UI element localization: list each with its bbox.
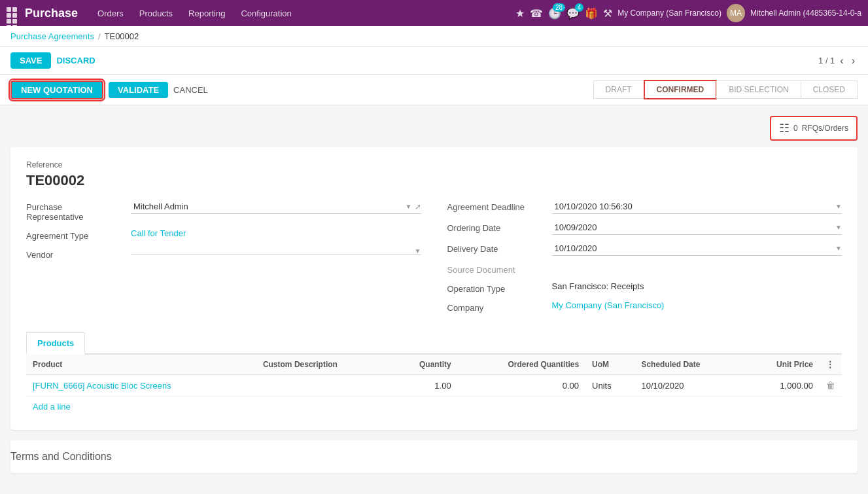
breadcrumb-parent[interactable]: Purchase Agreements [10, 31, 94, 41]
phone-icon[interactable]: ☎ [530, 7, 543, 20]
field-value-purchase-rep[interactable]: Mitchell Admin ▼ ➚ [131, 200, 421, 214]
purchase-rep-external-icon[interactable]: ➚ [415, 202, 421, 211]
grid-menu-icon[interactable] [7, 7, 18, 19]
terms-title: Terms and Conditions [10, 451, 858, 463]
field-value-company[interactable]: My Company (San Francisco) [552, 300, 842, 310]
rfq-orders-button[interactable]: ☷ 0 RFQs/Orders [770, 116, 858, 141]
nav-configuration[interactable]: Configuration [234, 6, 298, 21]
tabs: Products [26, 332, 842, 355]
field-operation-type: Operation Type San Francisco: Receipts [447, 281, 842, 294]
cell-ordered-qty: 0.00 [458, 375, 585, 397]
cell-unit-price[interactable]: 1,000.00 [744, 375, 820, 397]
field-label-company: Company [447, 300, 552, 313]
field-label-purchase-rep: PurchaseRepresentative [26, 200, 131, 222]
agreement-type-link[interactable]: Call for Tender [131, 228, 186, 238]
field-value-delivery-date[interactable]: 10/10/2020 ▼ [552, 241, 842, 256]
purchase-rep-dropdown-icon[interactable]: ▼ [406, 203, 412, 210]
navbar-icons: ★ ☎ 🕒 28 💬 4 🎁 ⚒ My Company (San Francis… [515, 4, 861, 22]
tools-icon[interactable]: ⚒ [603, 7, 612, 20]
ordering-date-dropdown-icon[interactable]: ▼ [835, 224, 842, 231]
agreement-deadline-dropdown-icon[interactable]: ▼ [835, 203, 842, 210]
delivery-date-dropdown-icon[interactable]: ▼ [835, 245, 842, 252]
purchase-rep-text: Mitchell Admin [131, 200, 406, 213]
pager-text: 1 / 1 [818, 56, 835, 65]
star-icon[interactable]: ★ [515, 7, 525, 20]
wf-step-closed[interactable]: CLOSED [801, 80, 858, 99]
field-value-vendor[interactable]: ▼ [131, 247, 421, 255]
col-scheduled-date: Scheduled Date [634, 355, 744, 375]
company-link[interactable]: My Company (San Francisco) [552, 300, 665, 310]
cell-uom: Units [585, 375, 634, 397]
reference-section: Reference TE00002 [26, 160, 842, 189]
vendor-dropdown-icon[interactable]: ▼ [415, 247, 421, 255]
cell-quantity[interactable]: 1.00 [389, 375, 457, 397]
field-label-agreement-deadline: Agreement Deadline [447, 200, 552, 212]
wf-step-bid-selection[interactable]: BID SELECTION [716, 80, 801, 99]
avatar[interactable]: MA [727, 4, 745, 22]
clock-icon[interactable]: 🕒 28 [548, 7, 561, 20]
col-product: Product [26, 355, 256, 375]
field-purchase-rep: PurchaseRepresentative Mitchell Admin ▼ … [26, 200, 421, 222]
field-label-source-document: Source Document [447, 262, 552, 275]
nav-products[interactable]: Products [133, 6, 179, 21]
cell-scheduled-date[interactable]: 10/10/2020 [634, 375, 744, 397]
table-row: [FURN_6666] Acoustic Bloc Screens 1.00 0… [26, 375, 842, 397]
breadcrumb-separator: / [98, 31, 101, 41]
workflow-bar: NEW QUOTATION VALIDATE CANCEL DRAFT CONF… [0, 75, 868, 105]
cell-custom-desc[interactable] [256, 375, 390, 397]
tab-products[interactable]: Products [26, 332, 85, 355]
save-button[interactable]: SAVE [10, 52, 51, 69]
wf-step-draft[interactable]: DRAFT [593, 80, 644, 99]
col-quantity: Quantity [389, 355, 457, 375]
pager-next[interactable]: › [849, 54, 858, 68]
pager: 1 / 1 ‹ › [818, 54, 858, 68]
gift-icon[interactable]: 🎁 [585, 7, 598, 20]
reference-label: Reference [26, 160, 842, 169]
table-header-row: Product Custom Description Quantity Orde… [26, 355, 842, 375]
agreement-deadline-text: 10/10/2020 10:56:30 [552, 200, 836, 213]
nav-orders[interactable]: Orders [91, 6, 130, 21]
chat-badge: 4 [575, 3, 584, 12]
field-label-vendor: Vendor [26, 247, 131, 260]
field-value-agreement-deadline[interactable]: 10/10/2020 10:56:30 ▼ [552, 200, 842, 214]
cancel-workflow-button[interactable]: CANCEL [173, 85, 208, 95]
field-vendor: Vendor ▼ [26, 247, 421, 260]
wf-step-confirmed[interactable]: CONFIRMED [644, 80, 718, 99]
discard-button[interactable]: DISCARD [56, 56, 95, 65]
field-agreement-deadline: Agreement Deadline 10/10/2020 10:56:30 ▼ [447, 200, 842, 214]
rfq-label: RFQs/Orders [802, 124, 848, 133]
new-quotation-button[interactable]: NEW QUOTATION [10, 80, 103, 99]
col-uom: UoM [585, 355, 634, 375]
field-label-delivery-date: Delivery Date [447, 241, 552, 254]
field-value-agreement-type[interactable]: Call for Tender [131, 228, 421, 238]
table-more-icon[interactable]: ⋮ [826, 360, 834, 369]
nav-reporting[interactable]: Reporting [182, 6, 232, 21]
col-custom-desc: Custom Description [256, 355, 390, 375]
form-fields: PurchaseRepresentative Mitchell Admin ▼ … [26, 200, 842, 319]
chat-icon[interactable]: 💬 4 [566, 7, 580, 20]
delete-row-icon[interactable]: 🗑 [826, 380, 835, 391]
rfq-icon: ☷ [779, 121, 790, 135]
col-actions: ⋮ [820, 355, 842, 375]
workflow-steps: DRAFT CONFIRMED BID SELECTION CLOSED [593, 80, 858, 99]
user-name: Mitchell Admin (4485365-14-0-a [750, 9, 861, 18]
cell-delete[interactable]: 🗑 [820, 375, 842, 397]
field-label-agreement-type: Agreement Type [26, 228, 131, 241]
field-value-ordering-date[interactable]: 10/09/2020 ▼ [552, 221, 842, 235]
products-table: Product Custom Description Quantity Orde… [26, 355, 842, 397]
reference-value: TE00002 [26, 172, 842, 189]
form-left: PurchaseRepresentative Mitchell Admin ▼ … [26, 200, 421, 319]
field-value-operation-type: San Francisco: Receipts [552, 281, 842, 291]
field-company: Company My Company (San Francisco) [447, 300, 842, 313]
clock-badge: 28 [553, 3, 565, 12]
field-ordering-date: Ordering Date 10/09/2020 ▼ [447, 221, 842, 235]
add-line-button[interactable]: Add a line [26, 397, 77, 417]
validate-button[interactable]: VALIDATE [109, 82, 168, 98]
cell-product[interactable]: [FURN_6666] Acoustic Bloc Screens [26, 375, 256, 397]
form-right: Agreement Deadline 10/10/2020 10:56:30 ▼… [447, 200, 842, 319]
action-bar: SAVE DISCARD 1 / 1 ‹ › [0, 47, 868, 75]
pager-prev[interactable]: ‹ [837, 54, 846, 68]
terms-section: Terms and Conditions [10, 440, 858, 473]
ordering-date-text: 10/09/2020 [552, 221, 836, 234]
delivery-date-text: 10/10/2020 [552, 241, 836, 255]
